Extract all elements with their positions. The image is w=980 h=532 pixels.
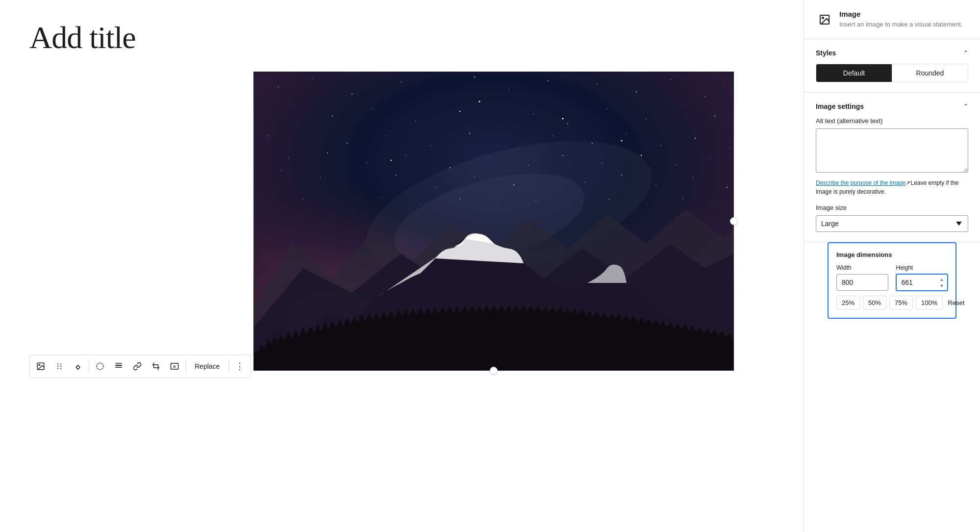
svg-point-7 <box>60 368 61 369</box>
toolbar-divider-3 <box>228 359 229 373</box>
svg-point-19 <box>278 86 279 87</box>
svg-point-51 <box>518 148 519 148</box>
svg-point-31 <box>670 79 671 79</box>
style-rounded-button[interactable]: Rounded <box>892 64 968 82</box>
svg-point-105 <box>822 17 824 19</box>
svg-point-3 <box>60 363 61 364</box>
svg-point-46 <box>307 130 308 131</box>
width-label: Width <box>836 264 888 271</box>
move-up-down-btn[interactable] <box>69 357 87 375</box>
svg-point-53 <box>592 143 593 144</box>
svg-rect-11 <box>115 367 122 368</box>
block-type-description: Insert an image to make a visual stateme… <box>839 20 962 29</box>
styles-title: Styles <box>816 49 836 57</box>
more-options-button[interactable]: ⋮ <box>231 357 249 375</box>
svg-rect-10 <box>115 363 122 364</box>
svg-point-2 <box>57 363 58 364</box>
percent-buttons-row: 25% 50% 75% 100% Reset <box>836 296 948 310</box>
text-overlay-btn[interactable]: A <box>166 357 183 375</box>
svg-point-83 <box>584 182 585 183</box>
block-toolbar: A Replace ⋮ <box>29 355 251 378</box>
drag-handle-btn[interactable] <box>50 357 68 375</box>
image-dimensions-wrapper: Image dimensions Width Height ▲ ▼ <box>804 242 980 338</box>
svg-point-49 <box>430 145 431 146</box>
height-spinners: ▲ ▼ <box>938 277 946 289</box>
svg-point-28 <box>572 101 573 101</box>
crop-btn[interactable] <box>147 357 165 375</box>
svg-point-21 <box>352 94 352 95</box>
svg-point-47 <box>347 143 348 144</box>
svg-text:A: A <box>173 364 176 369</box>
styles-chevron-icon[interactable]: ⌃ <box>963 50 968 56</box>
svg-point-57 <box>729 148 729 148</box>
svg-rect-12 <box>154 365 158 368</box>
svg-point-92 <box>459 198 460 199</box>
svg-point-39 <box>533 113 534 114</box>
svg-point-86 <box>692 177 693 178</box>
alt-text-input[interactable] <box>816 128 968 173</box>
select-circle-btn[interactable] <box>91 357 109 375</box>
svg-point-69 <box>709 157 710 158</box>
svg-point-6 <box>57 368 58 369</box>
image-canvas[interactable] <box>253 72 734 371</box>
svg-point-82 <box>548 175 548 175</box>
svg-point-74 <box>478 101 480 102</box>
image-svg <box>254 72 734 371</box>
width-input[interactable] <box>836 274 888 291</box>
percent-100-button[interactable]: 100% <box>916 296 943 310</box>
page-title: Add title <box>29 20 774 56</box>
image-icon-btn[interactable] <box>32 357 50 375</box>
percent-50-button[interactable]: 50% <box>863 296 886 310</box>
svg-point-73 <box>621 140 622 142</box>
alt-text-label: Alt text (alternative text) <box>816 117 968 125</box>
height-label: Height <box>896 264 948 271</box>
image-settings-chevron-icon[interactable]: ⌃ <box>963 103 968 110</box>
resize-handle-bottom[interactable] <box>490 367 498 375</box>
svg-point-41 <box>606 108 607 109</box>
svg-point-44 <box>714 116 715 117</box>
image-size-select[interactable]: Thumbnail Medium Large Full Size Custom <box>816 215 968 232</box>
image-dimensions-section: Image dimensions Width Height ▲ ▼ <box>828 242 956 319</box>
svg-point-4 <box>57 366 58 367</box>
svg-rect-9 <box>115 365 122 366</box>
svg-point-36 <box>415 121 416 122</box>
resize-handle-right[interactable] <box>730 217 738 225</box>
svg-point-65 <box>562 155 563 156</box>
link-btn[interactable] <box>128 357 146 375</box>
svg-point-88 <box>302 199 303 200</box>
svg-point-96 <box>609 199 610 200</box>
svg-point-55 <box>660 145 661 146</box>
height-decrement-btn[interactable]: ▼ <box>938 283 946 289</box>
svg-point-62 <box>450 167 451 168</box>
svg-point-43 <box>685 106 685 106</box>
svg-point-38 <box>499 126 499 126</box>
reset-dimensions-button[interactable]: Reset <box>946 296 966 309</box>
alt-text-link[interactable]: Describe the purpose of the image <box>816 179 905 186</box>
svg-point-91 <box>420 204 421 205</box>
toolbar-divider-2 <box>185 359 186 373</box>
height-field: Height ▲ ▼ <box>896 264 948 291</box>
svg-point-78 <box>396 175 397 176</box>
svg-point-80 <box>474 177 475 178</box>
svg-point-45 <box>268 135 269 136</box>
svg-point-26 <box>508 89 509 89</box>
svg-point-94 <box>535 200 536 201</box>
image-block <box>253 72 734 371</box>
svg-point-22 <box>293 106 293 106</box>
sidebar: Image Insert an image to make a visual s… <box>804 0 980 532</box>
svg-point-90 <box>381 197 381 197</box>
image-block-info: Image Insert an image to make a visual s… <box>804 0 980 39</box>
svg-point-77 <box>359 184 359 185</box>
style-default-button[interactable]: Default <box>816 64 892 82</box>
replace-button[interactable]: Replace <box>188 357 226 375</box>
svg-point-63 <box>489 157 489 158</box>
height-increment-btn[interactable]: ▲ <box>938 277 946 282</box>
align-btn[interactable] <box>110 357 127 375</box>
percent-75-button[interactable]: 75% <box>889 296 913 310</box>
block-info-text: Image Insert an image to make a visual s… <box>839 10 962 29</box>
svg-point-29 <box>597 84 598 85</box>
svg-point-56 <box>695 138 696 139</box>
percent-25-button[interactable]: 25% <box>836 296 860 310</box>
svg-point-81 <box>513 184 514 185</box>
svg-point-54 <box>626 133 627 133</box>
